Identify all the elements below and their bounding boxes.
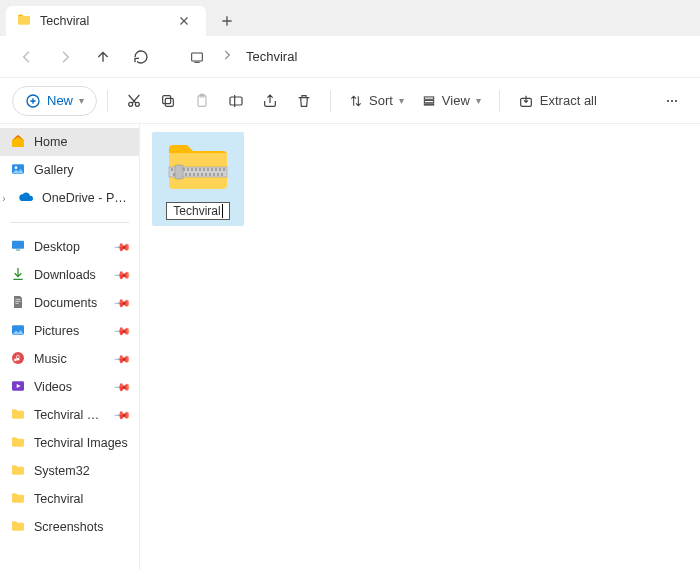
nav-onedrive[interactable]: › OneDrive - Personal — [0, 184, 139, 212]
nav-folder-techviral-docs[interactable]: Techviral Documents 📌 — [0, 401, 139, 429]
svg-rect-5 — [163, 95, 171, 103]
svg-rect-25 — [171, 168, 173, 171]
breadcrumb-current[interactable]: Techviral — [242, 49, 301, 64]
chevron-right-icon — [220, 48, 234, 65]
breadcrumb-root-icon[interactable] — [182, 42, 212, 72]
nav-label: System32 — [34, 464, 129, 478]
more-button[interactable] — [656, 86, 688, 116]
folder-icon — [10, 490, 26, 509]
nav-desktop[interactable]: Desktop 📌 — [0, 233, 139, 261]
chevron-right-icon[interactable]: › — [0, 193, 10, 204]
share-button[interactable] — [254, 86, 286, 116]
folder-icon — [10, 434, 26, 453]
pin-icon: 📌 — [112, 405, 131, 424]
svg-rect-47 — [205, 173, 207, 176]
svg-rect-51 — [221, 173, 223, 176]
svg-point-15 — [675, 99, 677, 101]
pin-icon: 📌 — [112, 321, 131, 340]
svg-rect-30 — [191, 168, 193, 171]
content-pane[interactable]: Techviral — [140, 124, 700, 570]
new-tab-button[interactable] — [212, 6, 242, 36]
up-button[interactable] — [88, 42, 118, 72]
nav-documents[interactable]: Documents 📌 — [0, 289, 139, 317]
new-button[interactable]: New ▾ — [12, 86, 97, 116]
svg-point-2 — [129, 102, 133, 106]
svg-rect-42 — [185, 173, 187, 176]
nav-folder-techviral-images[interactable]: Techviral Images — [0, 429, 139, 457]
view-label: View — [442, 93, 470, 108]
nav-folder-screenshots[interactable]: Screenshots — [0, 513, 139, 541]
svg-rect-32 — [199, 168, 201, 171]
tab-title: Techviral — [40, 14, 164, 28]
forward-button[interactable] — [50, 42, 80, 72]
rename-button[interactable] — [220, 86, 252, 116]
nav-label: Techviral — [34, 492, 129, 506]
cloud-icon — [18, 189, 34, 208]
svg-rect-45 — [197, 173, 199, 176]
sort-button[interactable]: Sort ▾ — [341, 86, 412, 116]
folder-icon — [16, 12, 32, 31]
pin-icon: 📌 — [112, 377, 131, 396]
nav-label: Techviral Documents — [34, 408, 107, 422]
svg-rect-43 — [189, 173, 191, 176]
nav-music[interactable]: Music 📌 — [0, 345, 139, 373]
svg-point-17 — [15, 166, 18, 169]
svg-rect-46 — [201, 173, 203, 176]
svg-rect-0 — [192, 53, 203, 61]
close-tab-button[interactable] — [172, 9, 196, 33]
pin-icon: 📌 — [112, 349, 131, 368]
nav-label: Pictures — [34, 324, 107, 338]
view-button[interactable]: View ▾ — [414, 86, 489, 116]
folder-icon — [10, 518, 26, 537]
folder-icon — [10, 406, 26, 425]
videos-icon — [10, 378, 26, 397]
delete-button[interactable] — [288, 86, 320, 116]
nav-folder-techviral[interactable]: Techviral — [0, 485, 139, 513]
nav-label: Desktop — [34, 240, 107, 254]
music-icon — [10, 350, 26, 369]
navigation-bar: Techviral — [0, 36, 700, 78]
text-cursor — [222, 204, 223, 218]
copy-button[interactable] — [152, 86, 184, 116]
svg-rect-48 — [209, 173, 211, 176]
nav-videos[interactable]: Videos 📌 — [0, 373, 139, 401]
nav-downloads[interactable]: Downloads 📌 — [0, 261, 139, 289]
file-item-zip[interactable]: Techviral — [152, 132, 244, 226]
nav-label: Downloads — [34, 268, 107, 282]
file-name-text: Techviral — [173, 204, 220, 218]
desktop-icon — [10, 238, 26, 257]
cut-button[interactable] — [118, 86, 150, 116]
svg-rect-52 — [175, 165, 183, 179]
svg-point-3 — [135, 102, 139, 106]
nav-label: Techviral Images — [34, 436, 129, 450]
nav-label: Music — [34, 352, 107, 366]
svg-rect-8 — [230, 97, 242, 105]
documents-icon — [10, 294, 26, 313]
extract-label: Extract all — [540, 93, 597, 108]
svg-rect-37 — [219, 168, 221, 171]
svg-rect-4 — [165, 98, 173, 106]
sort-label: Sort — [369, 93, 393, 108]
main-area: Home Gallery › OneDrive - Personal Deskt… — [0, 124, 700, 570]
svg-rect-44 — [193, 173, 195, 176]
nav-gallery[interactable]: Gallery — [0, 156, 139, 184]
nav-home-label: Home — [34, 135, 129, 149]
svg-rect-49 — [213, 173, 215, 176]
svg-rect-9 — [424, 96, 433, 98]
nav-label: Screenshots — [34, 520, 129, 534]
extract-all-button[interactable]: Extract all — [510, 86, 605, 116]
tab-active[interactable]: Techviral — [6, 6, 206, 36]
downloads-icon — [10, 266, 26, 285]
svg-rect-36 — [215, 168, 217, 171]
command-toolbar: New ▾ Sort ▾ View ▾ Extract all — [0, 78, 700, 124]
file-rename-input[interactable]: Techviral — [166, 202, 229, 220]
back-button[interactable] — [12, 42, 42, 72]
nav-home[interactable]: Home — [0, 128, 139, 156]
refresh-button[interactable] — [126, 42, 156, 72]
paste-button[interactable] — [186, 86, 218, 116]
navigation-pane: Home Gallery › OneDrive - Personal Deskt… — [0, 124, 140, 570]
chevron-down-icon: ▾ — [79, 95, 84, 106]
nav-pictures[interactable]: Pictures 📌 — [0, 317, 139, 345]
svg-rect-28 — [183, 168, 185, 171]
nav-folder-system32[interactable]: System32 — [0, 457, 139, 485]
